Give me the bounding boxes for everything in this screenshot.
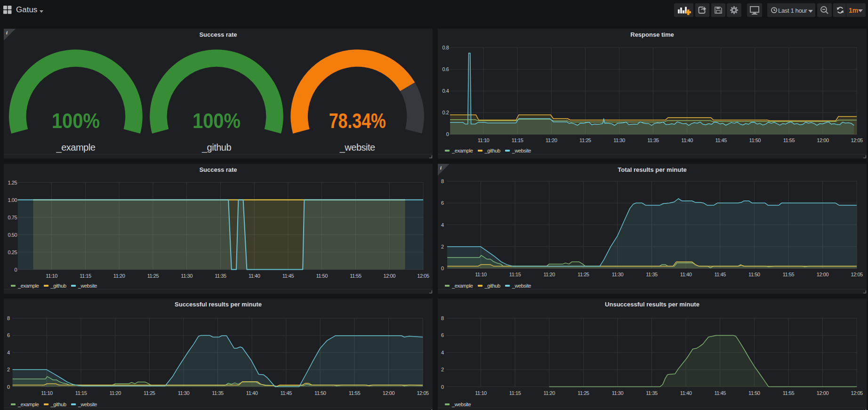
svg-text:11:35: 11:35 [646, 390, 658, 396]
svg-text:11:35: 11:35 [647, 137, 659, 143]
svg-text:4: 4 [441, 222, 444, 228]
svg-text:11:50: 11:50 [749, 137, 761, 143]
svg-text:11:20: 11:20 [546, 137, 557, 143]
svg-text:11:10: 11:10 [41, 390, 53, 396]
svg-text:100%: 100% [193, 109, 241, 133]
svg-text:12:00: 12:00 [383, 390, 395, 396]
svg-text:0.4: 0.4 [442, 88, 449, 94]
svg-text:_website: _website [339, 142, 375, 153]
svg-text:11:10: 11:10 [475, 272, 487, 277]
svg-text:11:10: 11:10 [475, 390, 487, 396]
svg-text:11:30: 11:30 [613, 137, 625, 143]
svg-text:11:40: 11:40 [680, 272, 692, 277]
svg-text:11:25: 11:25 [579, 137, 591, 143]
svg-text:11:50: 11:50 [748, 390, 760, 396]
svg-text:11:15: 11:15 [509, 272, 521, 277]
svg-text:11:25: 11:25 [147, 273, 159, 279]
svg-text:6: 6 [441, 200, 444, 206]
svg-text:0.8: 0.8 [442, 45, 449, 50]
svg-text:11:55: 11:55 [783, 390, 795, 396]
svg-text:4: 4 [441, 350, 444, 355]
svg-text:11:25: 11:25 [578, 390, 589, 396]
svg-text:12:05: 12:05 [851, 272, 863, 277]
svg-text:11:45: 11:45 [282, 273, 294, 279]
svg-text:11:35: 11:35 [215, 273, 226, 279]
svg-text:8: 8 [441, 178, 444, 184]
svg-text:0.6: 0.6 [442, 66, 449, 72]
svg-text:12:00: 12:00 [817, 390, 829, 396]
svg-text:11:10: 11:10 [478, 137, 490, 143]
svg-text:8: 8 [441, 315, 444, 321]
svg-text:11:55: 11:55 [783, 272, 795, 277]
svg-text:0: 0 [7, 384, 10, 390]
svg-text:0: 0 [14, 267, 17, 273]
svg-text:11:55: 11:55 [783, 137, 795, 143]
svg-text:11:25: 11:25 [144, 390, 155, 396]
svg-text:12:00: 12:00 [384, 273, 396, 279]
svg-text:0: 0 [441, 265, 444, 271]
svg-text:11:30: 11:30 [178, 390, 190, 396]
svg-text:11:30: 11:30 [612, 272, 624, 277]
svg-text:11:40: 11:40 [246, 390, 258, 396]
svg-text:100%: 100% [52, 109, 100, 133]
svg-text:4: 4 [7, 350, 10, 355]
svg-text:1.00: 1.00 [8, 197, 17, 203]
svg-text:11:45: 11:45 [280, 390, 292, 396]
svg-text:11:10: 11:10 [46, 273, 57, 279]
svg-text:_example: _example [56, 142, 96, 153]
svg-text:11:25: 11:25 [578, 272, 589, 277]
svg-text:11:40: 11:40 [681, 137, 693, 143]
svg-text:11:50: 11:50 [748, 272, 760, 277]
svg-text:11:20: 11:20 [113, 273, 125, 279]
svg-text:12:05: 12:05 [417, 273, 429, 279]
svg-text:11:35: 11:35 [212, 390, 224, 396]
svg-text:2: 2 [7, 367, 10, 372]
svg-text:11:15: 11:15 [512, 137, 523, 143]
svg-text:6: 6 [7, 332, 10, 338]
svg-text:11:15: 11:15 [509, 390, 521, 396]
svg-text:0.2: 0.2 [442, 110, 449, 115]
svg-text:11:50: 11:50 [316, 273, 328, 279]
svg-text:0: 0 [441, 384, 444, 390]
svg-text:11:20: 11:20 [543, 272, 555, 277]
svg-text:0.75: 0.75 [8, 215, 17, 220]
svg-text:11:35: 11:35 [646, 272, 658, 277]
svg-text:8: 8 [7, 315, 10, 321]
svg-text:11:30: 11:30 [181, 273, 193, 279]
svg-text:1.25: 1.25 [8, 180, 17, 185]
svg-text:11:55: 11:55 [350, 273, 362, 279]
svg-text:11:40: 11:40 [249, 273, 260, 279]
svg-text:_github: _github [201, 142, 231, 153]
svg-text:11:50: 11:50 [314, 390, 326, 396]
svg-text:11:20: 11:20 [109, 390, 121, 396]
svg-text:6: 6 [441, 332, 444, 338]
svg-text:11:15: 11:15 [75, 390, 87, 396]
svg-text:78.34%: 78.34% [329, 109, 386, 133]
svg-text:2: 2 [441, 367, 444, 372]
svg-text:2: 2 [441, 244, 444, 249]
svg-text:11:15: 11:15 [80, 273, 91, 279]
svg-text:11:45: 11:45 [715, 137, 727, 143]
svg-text:11:30: 11:30 [612, 390, 624, 396]
svg-text:12:05: 12:05 [417, 390, 429, 396]
svg-text:0.25: 0.25 [8, 249, 17, 255]
svg-text:12:00: 12:00 [817, 272, 829, 277]
svg-text:11:45: 11:45 [714, 272, 726, 277]
svg-text:12:05: 12:05 [851, 390, 863, 396]
svg-text:0: 0 [446, 131, 449, 137]
svg-text:11:40: 11:40 [680, 390, 692, 396]
svg-text:11:55: 11:55 [349, 390, 361, 396]
svg-text:12:00: 12:00 [817, 137, 829, 143]
svg-text:0.50: 0.50 [8, 232, 17, 238]
svg-text:11:45: 11:45 [714, 390, 726, 396]
svg-text:11:20: 11:20 [543, 390, 555, 396]
svg-text:12:05: 12:05 [851, 137, 863, 143]
